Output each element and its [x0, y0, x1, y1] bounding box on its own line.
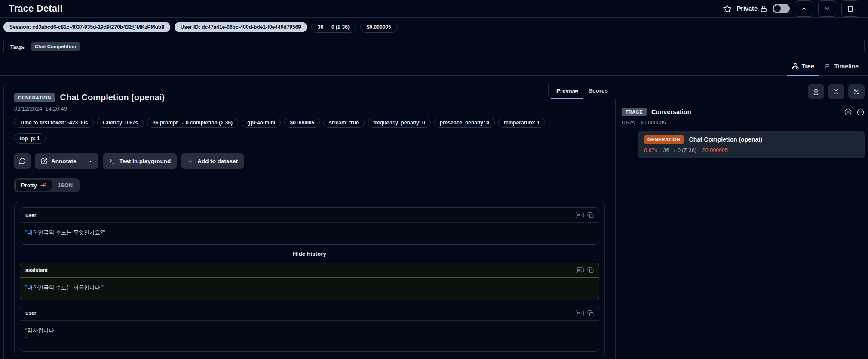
trace-cost: $0.000005 — [641, 120, 666, 126]
user-id-badge[interactable]: User ID: dc47a41e-06bc-400d-bde1-f0e440d… — [175, 22, 307, 32]
observation-timestamp: 02/12/2024, 14:20:49 — [14, 105, 605, 112]
generation-tree-item[interactable]: GENERATION Chat Completion (openai) 0.67… — [638, 131, 865, 158]
actions-row: Annotate Test in playground Add to datas… — [14, 153, 605, 169]
tab-timeline[interactable]: Timeline — [819, 59, 864, 76]
bookmark-star-icon[interactable] — [723, 4, 732, 13]
comment-bubble-icon — [19, 158, 26, 164]
timeline-icon — [824, 63, 831, 70]
terminal-icon — [109, 158, 116, 164]
tab-tree[interactable]: Tree — [787, 59, 819, 76]
percent-icon — [853, 88, 860, 95]
view-tabs-bar: Tree Timeline — [0, 56, 868, 76]
page-title: Trace Detail — [9, 3, 63, 14]
lock-icon — [760, 5, 767, 12]
trace-tree-sidebar: TRACE Conversation 0.67s $0.000005 GENER… — [622, 83, 865, 352]
privacy-label: Private — [737, 5, 758, 12]
presence-penalty-badge: presence_penalty: 0 — [434, 118, 495, 128]
trace-title: Conversation — [651, 108, 691, 115]
copy-icon[interactable] — [587, 212, 594, 218]
session-badge[interactable]: Session: cd3abcd6-c81c-4037-935d-19d9f27… — [3, 22, 170, 32]
previous-trace-button[interactable] — [795, 0, 813, 17]
tags-label: Tags — [10, 43, 25, 50]
io-messages-container: user M↓ "대한민국의 수도는 무엇인가요?" Hide history … — [14, 202, 605, 357]
cost-badge: $0.000005 — [360, 22, 398, 33]
collapse-all-icon[interactable] — [856, 108, 865, 116]
markdown-toggle-icon[interactable]: M↓ — [576, 310, 584, 316]
playground-button[interactable]: Test in playground — [103, 153, 177, 169]
generation-type-badge: GENERATION — [14, 93, 55, 102]
observation-detail-panel: Preview Scores GENERATION Chat Completio… — [3, 83, 616, 359]
tags-container: Tags Chat Competition — [3, 37, 865, 56]
generation-tokens: 36 → 0 (Σ 36) — [663, 147, 696, 153]
generation-badge: GENERATION — [644, 135, 684, 144]
format-toggle: Pretty JSON — [14, 178, 80, 192]
toggle-scores-button[interactable] — [808, 84, 824, 99]
message-content: "대한민국의 수도는 서울입니다." — [20, 278, 599, 300]
cost-badge: $0.000005 — [284, 118, 320, 128]
message-role: user — [25, 310, 36, 316]
collapse-tree-button[interactable] — [828, 84, 844, 99]
markdown-toggle-icon[interactable]: M↓ — [576, 212, 584, 218]
chevron-down-icon — [824, 5, 831, 12]
add-to-dataset-label: Add to dataset — [197, 158, 238, 164]
annotate-dropdown-button[interactable] — [83, 153, 98, 169]
format-pretty-button[interactable]: Pretty — [15, 180, 52, 191]
message-content: "감사합니다 " — [20, 321, 599, 351]
privacy-control[interactable]: Private — [737, 5, 767, 12]
tag-chip[interactable]: Chat Competition — [31, 42, 80, 51]
model-badge[interactable]: gpt-4o-mini — [242, 118, 281, 128]
tab-timeline-label: Timeline — [834, 63, 859, 70]
tab-tree-label: Tree — [802, 63, 814, 70]
markdown-toggle-icon[interactable]: M↓ — [576, 267, 584, 274]
annotate-split-button: Annotate — [35, 153, 98, 169]
meta-badges-row-2: top_p: 1 — [14, 133, 605, 144]
annotate-button[interactable]: Annotate — [35, 153, 83, 169]
trash-icon — [847, 5, 854, 12]
frequency-penalty-badge: frequency_penalty: 0 — [368, 118, 431, 128]
copy-icon[interactable] — [587, 310, 594, 316]
generation-metrics: 0.67s 36 → 0 (Σ 36) $0.000005 — [644, 147, 859, 153]
add-to-dataset-button[interactable]: Add to dataset — [181, 153, 244, 169]
next-trace-button[interactable] — [818, 0, 836, 17]
trace-metrics: 0.67s $0.000005 — [622, 120, 865, 126]
top-p-badge: top_p: 1 — [14, 133, 46, 144]
tab-preview[interactable]: Preview — [551, 84, 583, 99]
trace-id-badges-row: Session: cd3abcd6-c81c-4037-935d-19d9f27… — [0, 18, 868, 36]
trace-badge: TRACE — [622, 108, 647, 116]
latency-badge: Latency: 0.67s — [97, 118, 144, 128]
comments-button[interactable] — [14, 153, 31, 169]
message-user-2: user M↓ "감사합니다 " — [20, 306, 599, 352]
format-json-button[interactable]: JSON — [52, 180, 78, 191]
generation-latency: 0.67s — [644, 147, 657, 153]
expand-all-icon[interactable] — [844, 108, 852, 116]
observation-title: Chat Completion (openai) — [60, 93, 165, 102]
message-role: assistant — [25, 267, 48, 273]
tree-children: GENERATION Chat Completion (openai) 0.67… — [622, 131, 865, 158]
prompt-completion-badge: 36 prompt → 0 completion (Σ 36) — [147, 118, 238, 128]
trace-latency: 0.67s — [622, 120, 635, 126]
chevron-down-icon — [88, 158, 93, 164]
copy-icon[interactable] — [587, 267, 594, 273]
temperature-badge: temperature: 1 — [498, 118, 545, 128]
toggle-knob — [774, 5, 781, 12]
chevron-up-icon — [801, 5, 807, 12]
award-icon — [813, 88, 819, 95]
tree-connector-line — [635, 132, 635, 156]
tab-scores[interactable]: Scores — [583, 84, 613, 99]
top-bar: Trace Detail Private — [0, 0, 868, 18]
pretty-label: Pretty — [21, 182, 37, 189]
generation-title: Chat Completion (openai) — [689, 136, 762, 143]
toggle-metrics-button[interactable] — [848, 84, 865, 99]
trace-root-row[interactable]: TRACE Conversation — [622, 108, 865, 116]
sidebar-actions — [622, 84, 865, 99]
message-assistant: assistant M↓ "대한민국의 수도는 서울입니다." — [20, 263, 599, 300]
plus-icon — [187, 158, 193, 164]
delete-trace-button[interactable] — [841, 0, 859, 17]
message-role: user — [25, 212, 36, 218]
panel-tabs-bar: Preview Scores — [548, 83, 616, 99]
content-area: Preview Scores GENERATION Chat Completio… — [0, 76, 868, 352]
hide-history-button[interactable]: Hide history — [20, 245, 599, 263]
public-toggle[interactable] — [773, 4, 790, 13]
stream-badge: stream: true — [323, 118, 364, 128]
message-content: "대한민국의 수도는 무엇인가요?" — [20, 223, 599, 244]
